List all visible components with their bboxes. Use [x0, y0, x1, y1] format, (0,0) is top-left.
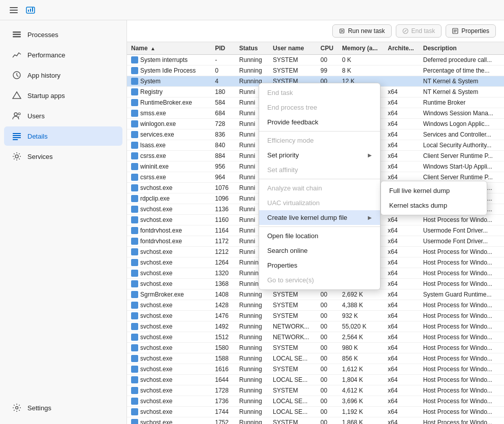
table-row[interactable]: svchost.exe1476RunningSYSTEM00932 Kx64Ho… [127, 311, 504, 321]
cell-desc: Host Process for Windo... [419, 396, 504, 407]
table-row[interactable]: System Idle Process0RunningSYSTEM998 KPe… [127, 66, 504, 76]
hamburger-button[interactable] [6, 3, 21, 18]
run-new-task-button[interactable]: Run new task [332, 24, 392, 38]
cell-cpu: 00 [317, 396, 338, 407]
cell-arch: x64 [384, 279, 419, 289]
col-header-pid[interactable]: PID [211, 42, 235, 55]
process-icon [131, 174, 138, 181]
table-row[interactable]: svchost.exe1580RunningSYSTEM00980 Kx64Ho… [127, 343, 504, 353]
ctx-open-location[interactable]: Open file location [259, 229, 380, 243]
svg-marker-11 [13, 92, 21, 99]
ctx-provide-feedback[interactable]: Provide feedback [259, 115, 380, 129]
process-icon [131, 334, 138, 341]
table-row[interactable]: svchost.exe1644RunningLOCAL SE...001,804… [127, 375, 504, 385]
cell-memory: 1,612 K [338, 364, 384, 375]
ctx-create-dump[interactable]: Create live kernel dump file ▶ [259, 210, 380, 225]
cell-cpu: 00 [317, 407, 338, 417]
maximize-button[interactable] [455, 3, 476, 18]
col-header-memory[interactable]: Memory (a... [338, 42, 384, 55]
col-header-name[interactable]: Name ▲ [127, 42, 211, 55]
col-header-user[interactable]: User name [269, 42, 317, 55]
cell-desc: Host Process for Windo... [419, 268, 504, 279]
sidebar-item-performance[interactable]: Performance [4, 45, 122, 64]
sidebar-item-processes[interactable]: Processes [4, 25, 122, 44]
cell-pid: 1476 [211, 311, 235, 321]
properties-button[interactable]: Properties [446, 24, 496, 38]
process-icon [131, 67, 138, 74]
col-header-status[interactable]: Status [235, 42, 269, 55]
ctx-set-priority[interactable]: Set priority ▶ [259, 148, 380, 162]
table-row[interactable]: svchost.exe1512RunningNETWORK...002,564 … [127, 332, 504, 343]
run-new-task-label: Run new task [348, 27, 385, 35]
cell-arch: x64 [384, 364, 419, 375]
end-task-button[interactable]: End task [396, 24, 442, 38]
users-icon [12, 111, 21, 120]
sidebar-item-services[interactable]: Services [4, 147, 122, 166]
performance-icon [12, 50, 21, 59]
ctx-properties[interactable]: Properties [259, 258, 380, 273]
sidebar-item-startupapps[interactable]: Startup apps [4, 86, 122, 105]
cell-pid: 1580 [211, 343, 235, 353]
submenu-full-dump[interactable]: Full live kernel dump [381, 183, 487, 198]
cell-pid: 1172 [211, 236, 235, 247]
col-header-cpu[interactable]: CPU [317, 42, 338, 55]
table-row[interactable]: svchost.exe1744RunningLOCAL SE...001,192… [127, 407, 504, 417]
ctx-analyze-wait-chain[interactable]: Analyze wait chain [259, 181, 380, 195]
cell-memory: 55,020 K [338, 321, 384, 332]
cell-memory: 3,696 K [338, 396, 384, 407]
cell-arch: x64 [384, 311, 419, 321]
svg-rect-1 [10, 10, 18, 11]
ctx-uac-virtualization[interactable]: UAC virtualization [259, 195, 380, 210]
cell-user: NETWORK... [269, 332, 317, 343]
table-row[interactable]: svchost.exe1492RunningNETWORK...0055,020… [127, 321, 504, 332]
ctx-goto-service[interactable]: Go to service(s) [259, 273, 380, 287]
process-icon [131, 152, 138, 159]
table-row[interactable]: svchost.exe1428RunningSYSTEM004,388 Kx64… [127, 300, 504, 311]
submenu-kernel-stacks[interactable]: Kernel stacks dump [381, 198, 487, 213]
cell-pid: 180 [211, 87, 235, 97]
cell-pid: 1136 [211, 204, 235, 215]
process-icon [131, 280, 138, 287]
table-row[interactable]: svchost.exe1736RunningLOCAL SE...003,696… [127, 396, 504, 407]
cell-memory: 1,804 K [338, 375, 384, 385]
col-header-desc[interactable]: Description [419, 42, 504, 55]
cell-user: SYSTEM [269, 311, 317, 321]
process-icon [131, 142, 138, 149]
table-row[interactable]: System interrupts-RunningSYSTEM000 KDefe… [127, 55, 504, 66]
properties-label: Properties [461, 27, 489, 35]
svg-point-19 [16, 407, 18, 409]
cell-status: Running [235, 311, 269, 321]
table-row[interactable]: svchost.exe1616RunningSYSTEM001,612 Kx64… [127, 364, 504, 375]
close-button[interactable] [478, 3, 498, 18]
process-icon [131, 419, 138, 424]
cell-arch: x64 [384, 353, 419, 364]
col-header-arch[interactable]: Archite... [384, 42, 419, 55]
cell-user: SYSTEM [269, 364, 317, 375]
process-icon [131, 248, 138, 255]
svg-rect-8 [13, 34, 21, 36]
ctx-end-task[interactable]: End task [259, 85, 380, 100]
table-row[interactable]: svchost.exe1752RunningSYSTEM001,868 Kx64… [127, 417, 504, 425]
cell-status: Running [235, 321, 269, 332]
table-row[interactable]: svchost.exe1588RunningLOCAL SE...00856 K… [127, 353, 504, 364]
table-row[interactable]: SgrmBroker.exe1408RunningSYSTEM002,692 K… [127, 289, 504, 300]
cell-pid: 884 [211, 151, 235, 161]
sidebar-item-users[interactable]: Users [4, 106, 122, 125]
sidebar-item-settings[interactable]: Settings [4, 398, 122, 417]
minimize-button[interactable] [433, 3, 453, 18]
cell-cpu: 00 [317, 311, 338, 321]
cell-memory: 4,612 K [338, 385, 384, 396]
sidebar-label-details: Details [27, 133, 48, 140]
sidebar-item-apphistory[interactable]: App history [4, 66, 122, 85]
svg-rect-6 [32, 8, 33, 12]
ctx-search-online[interactable]: Search online [259, 243, 380, 258]
ctx-end-process-tree[interactable]: End process tree [259, 100, 380, 115]
cell-desc: Host Process for Windo... [419, 257, 504, 268]
sidebar-item-details[interactable]: Details [4, 126, 122, 146]
ctx-efficiency-mode[interactable]: Efficiency mode [259, 133, 380, 148]
cell-desc: Services and Controller... [419, 129, 504, 140]
table-row[interactable]: svchost.exe1728RunningSYSTEM004,612 Kx64… [127, 385, 504, 396]
ctx-set-affinity[interactable]: Set affinity [259, 162, 380, 177]
process-icon [131, 110, 138, 117]
cell-arch: x64 [384, 215, 419, 225]
